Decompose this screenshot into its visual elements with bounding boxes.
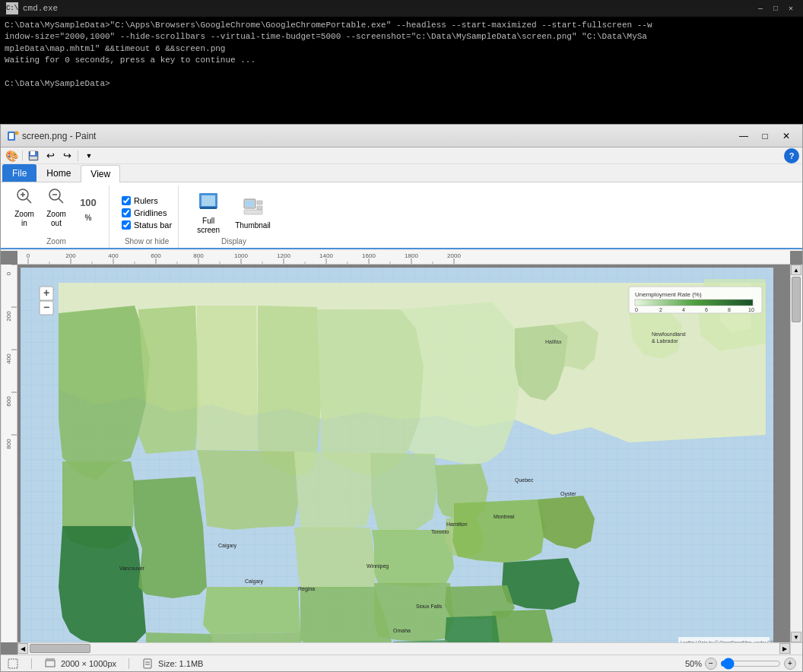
- cmd-titlebar: C:\ cmd.exe — □ ✕: [0, 0, 803, 17]
- svg-text:& Labrador: & Labrador: [652, 338, 678, 344]
- gridlines-checkbox-item[interactable]: Gridlines: [122, 208, 172, 217]
- canvas-content[interactable]: Newfoundland & Labrador Halifax: [17, 265, 790, 642]
- svg-rect-74: [635, 300, 753, 306]
- qa-paint-icon[interactable]: 🎨: [4, 149, 19, 163]
- zoom-100-btn[interactable]: 100 %: [74, 189, 103, 227]
- svg-rect-21: [244, 210, 262, 214]
- scroll-thumb-h[interactable]: [30, 644, 90, 653]
- zoom-out-icon: [47, 187, 65, 208]
- cmd-title: cmd.exe: [23, 4, 754, 13]
- gridlines-checkbox[interactable]: [122, 208, 131, 217]
- ribbon-group-zoom: Zoomin Zoomout: [4, 185, 110, 248]
- cmd-window: C:\ cmd.exe — □ ✕ C:\Data\MySampleData>"…: [0, 0, 803, 125]
- qa-redo-btn[interactable]: ↪: [59, 149, 75, 163]
- rulers-checkbox-item[interactable]: Rulers: [122, 196, 172, 205]
- show-hide-group-label: Show or hide: [122, 237, 172, 248]
- scroll-thumb-v[interactable]: [792, 277, 801, 322]
- svg-text:Oyster: Oyster: [560, 491, 576, 497]
- qa-dropdown-btn[interactable]: ▼: [81, 149, 97, 163]
- ribbon-group-display: Fullscreen: [185, 185, 283, 248]
- cmd-line1: C:\Data\MySampleData>"C:\Apps\Browsers\G…: [5, 20, 798, 31]
- paint-minimize-btn[interactable]: —: [734, 128, 754, 144]
- svg-text:Omaha: Omaha: [393, 628, 411, 633]
- vertical-scrollbar[interactable]: ▲ ▼: [790, 265, 802, 642]
- svg-text:400: 400: [5, 353, 12, 364]
- svg-text:Hamilton: Hamilton: [446, 521, 468, 527]
- horizontal-scrollbar[interactable]: ◀ ▶: [17, 642, 790, 655]
- svg-text:1600: 1600: [362, 252, 376, 259]
- ruler-h-svg: 0 200 400 600 800 1000 1200 1400: [17, 251, 790, 265]
- svg-text:0: 0: [635, 307, 638, 312]
- status-bar-checkbox[interactable]: [122, 220, 131, 230]
- svg-text:Montreal: Montreal: [494, 514, 515, 519]
- svg-text:800: 800: [193, 252, 204, 259]
- paint-body: 🎨 ↩ ↪ ▼ ? File Home: [1, 147, 802, 671]
- svg-rect-109: [46, 661, 55, 667]
- svg-text:−: −: [43, 301, 49, 313]
- paint-window: screen.png - Paint — □ ✕ 🎨 ↩: [0, 124, 803, 672]
- svg-line-9: [27, 198, 31, 203]
- scroll-left-btn[interactable]: ◀: [17, 643, 28, 654]
- svg-text:+: +: [43, 287, 49, 299]
- cmd-line4: Waiting for 0 seconds, press a key to co…: [5, 55, 798, 66]
- map-svg: Newfoundland & Labrador Halifax: [21, 268, 773, 642]
- tab-home[interactable]: Home: [36, 164, 81, 182]
- scroll-up-btn[interactable]: ▲: [791, 265, 801, 275]
- cmd-close-btn[interactable]: ✕: [785, 3, 797, 14]
- svg-text:8: 8: [728, 307, 731, 312]
- svg-text:200: 200: [5, 311, 12, 322]
- ribbon-tabs: File Home View: [1, 164, 802, 182]
- rulers-label: Rulers: [134, 196, 158, 205]
- svg-text:800: 800: [5, 439, 12, 449]
- zoom-in-icon: [15, 187, 33, 208]
- svg-rect-4: [30, 151, 35, 155]
- checkbox-group: Rulers Gridlines Status bar: [122, 193, 172, 233]
- svg-text:10: 10: [748, 307, 754, 312]
- cmd-line3: mpleData\map.mhtml" &&timeout 6 &&screen…: [5, 43, 798, 55]
- tab-view[interactable]: View: [81, 165, 120, 182]
- cmd-minimize-btn[interactable]: —: [754, 3, 766, 14]
- svg-rect-14: [202, 195, 215, 206]
- svg-text:Toronto: Toronto: [431, 529, 449, 534]
- thumbnail-btn[interactable]: Thumbnail: [229, 192, 277, 234]
- scroll-right-btn[interactable]: ▶: [779, 643, 790, 654]
- zoom-control: 50% − +: [685, 658, 796, 670]
- rulers-checkbox[interactable]: [122, 196, 131, 205]
- ruler-vertical: 0 200 400 600 800: [1, 265, 17, 642]
- gridlines-label: Gridlines: [134, 208, 167, 217]
- svg-rect-18: [246, 201, 254, 207]
- paint-main-area: 0 200 400 600 800 1000 1200 1400: [1, 251, 802, 655]
- qa-sep1: [22, 151, 23, 161]
- qa-save-btn[interactable]: [26, 149, 41, 163]
- svg-text:1200: 1200: [277, 252, 290, 259]
- svg-text:1400: 1400: [319, 252, 333, 259]
- scroll-down-btn[interactable]: ▼: [791, 632, 801, 642]
- show-hide-content: Rulers Gridlines Status bar: [122, 185, 172, 237]
- svg-text:400: 400: [108, 252, 119, 259]
- status-bar-checkbox-item[interactable]: Status bar: [122, 220, 172, 230]
- zoom-in-btn[interactable]: Zoomin: [10, 189, 39, 227]
- paint-close-btn[interactable]: ✕: [776, 128, 796, 144]
- help-btn[interactable]: ?: [784, 148, 799, 163]
- zoom-100-label: %: [85, 214, 92, 222]
- svg-rect-15: [200, 207, 217, 209]
- paint-toolbar-area: 🎨 ↩ ↪ ▼ ? File Home: [1, 147, 802, 251]
- cmd-maximize-btn[interactable]: □: [770, 3, 782, 14]
- zoom-slider[interactable]: [720, 658, 781, 670]
- zoom-group-content: Zoomin Zoomout: [10, 185, 103, 237]
- zoom-out-btn[interactable]: Zoomout: [42, 189, 71, 227]
- svg-rect-5: [30, 157, 37, 160]
- zoom-in-status-btn[interactable]: +: [784, 658, 796, 670]
- fullscreen-btn[interactable]: Fullscreen: [191, 192, 226, 234]
- paint-app-icon: [7, 130, 19, 142]
- dimensions-icon: [44, 658, 56, 670]
- zoom-out-status-btn[interactable]: −: [705, 658, 717, 670]
- ruler-v-svg: 0 200 400 600 800: [1, 265, 17, 642]
- qa-undo-btn[interactable]: ↩: [43, 149, 58, 163]
- tab-file[interactable]: File: [2, 164, 36, 182]
- svg-text:Winnipeg: Winnipeg: [367, 563, 389, 569]
- size-value: Size: 1.1MB: [158, 659, 203, 668]
- svg-text:Vancouver: Vancouver: [119, 566, 145, 571]
- zoom-out-label: Zoomout: [46, 210, 66, 228]
- paint-maximize-btn[interactable]: □: [755, 128, 775, 144]
